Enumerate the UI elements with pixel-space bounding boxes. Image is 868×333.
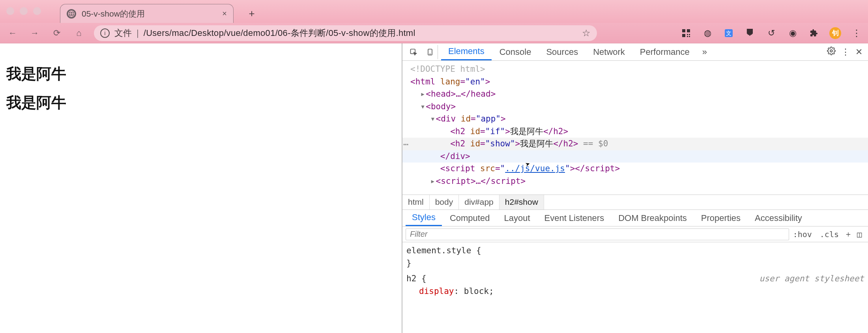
tab-elements[interactable]: Elements — [441, 43, 492, 60]
svg-rect-7 — [689, 36, 690, 37]
device-toggle-icon[interactable] — [422, 45, 438, 59]
styles-filter-input[interactable] — [406, 228, 789, 240]
new-style-rule-icon[interactable]: ＋ — [843, 229, 854, 239]
address-bar[interactable]: i 文件 | /Users/mac/Desktop/vue/demo01/06-… — [94, 25, 597, 41]
extension-icon-3[interactable]: ◉ — [787, 27, 799, 39]
elements-dom-tree[interactable]: <!DOCTYPE html> <html lang="en"> ▸<head>… — [402, 61, 868, 195]
devtools-menu-icon[interactable]: ⋮ — [841, 47, 850, 57]
devtools-close-icon[interactable]: ✕ — [855, 47, 862, 57]
page-viewport: 我是阿牛 我是阿牛 — [0, 43, 402, 333]
crumb-div-app[interactable]: div#app — [459, 195, 499, 210]
tree-div-open[interactable]: ▾<div id="app"> — [402, 113, 868, 125]
rule-h2[interactable]: user agent stylesheet h2 { — [406, 273, 864, 285]
profile-avatar[interactable]: 钊 — [829, 27, 841, 39]
svg-rect-5 — [689, 34, 690, 35]
devtools-tabbar: Elements Console Sources Network Perform… — [402, 43, 868, 61]
styles-pane[interactable]: element.style { } user agent stylesheet … — [402, 242, 868, 300]
subtab-accessibility[interactable]: Accessibility — [748, 210, 808, 226]
minimize-window-dot[interactable] — [20, 7, 28, 15]
extension-icon-2[interactable]: ⛊ — [744, 27, 756, 39]
browser-toolbar: ← → ⟳ ⌂ i 文件 | /Users/mac/Desktop/vue/de… — [0, 23, 868, 43]
page-h2-show: 我是阿牛 — [6, 93, 395, 113]
crumb-html[interactable]: html — [402, 195, 430, 210]
cls-toggle[interactable]: .cls — [816, 230, 843, 239]
url-text: /Users/mac/Desktop/vue/demo01/06-条件判断/05… — [144, 27, 415, 39]
zoom-window-dot[interactable] — [33, 7, 41, 15]
tree-script-inline[interactable]: ▸<script>…</script> — [402, 175, 868, 188]
close-window-dot[interactable] — [6, 7, 14, 15]
tree-div-close[interactable]: </div> — [402, 150, 868, 163]
hov-toggle[interactable]: :hov — [789, 230, 816, 239]
extension-icon-1[interactable]: ◍ — [702, 27, 713, 39]
browser-menu-icon[interactable]: ⋮ — [851, 27, 862, 39]
page-h2-if: 我是阿牛 — [6, 64, 395, 84]
tab-network[interactable]: Network — [586, 43, 632, 60]
styles-filter-row: :hov .cls ＋ ◫ — [402, 226, 868, 242]
tab-performance[interactable]: Performance — [633, 43, 697, 60]
url-scheme-label: 文件 — [114, 27, 132, 39]
subtab-computed[interactable]: Computed — [443, 210, 496, 226]
svg-text:文: 文 — [726, 30, 731, 36]
computed-sidebar-icon[interactable]: ◫ — [854, 230, 865, 239]
tree-script-vue[interactable]: <script src="../js/vue.js"></script> — [402, 163, 868, 175]
svg-point-13 — [830, 50, 832, 52]
svg-rect-6 — [687, 36, 688, 37]
traffic-lights — [6, 7, 41, 15]
history-back-icon[interactable]: ↺ — [765, 27, 777, 39]
crumb-body[interactable]: body — [430, 195, 459, 210]
tree-h2-if[interactable]: <h2 id="if">我是阿牛</h2> — [402, 125, 868, 138]
subtab-dom-breakpoints[interactable]: DOM Breakpoints — [612, 210, 693, 226]
subtab-styles[interactable]: Styles — [406, 210, 442, 226]
back-button[interactable]: ← — [6, 26, 20, 40]
browser-tab[interactable]: 05-v-show的使用 × — [60, 4, 234, 23]
new-tab-button[interactable]: + — [244, 6, 260, 21]
subtab-event-listeners[interactable]: Event Listeners — [538, 210, 611, 226]
rule-element-style[interactable]: element.style { — [406, 245, 864, 257]
subtab-properties[interactable]: Properties — [695, 210, 747, 226]
rule-h2-display[interactable]: display: block; — [406, 285, 864, 298]
home-button[interactable]: ⌂ — [72, 26, 86, 40]
subtab-layout[interactable]: Layout — [498, 210, 536, 226]
devtools-panel: Elements Console Sources Network Perform… — [402, 43, 868, 333]
qr-icon[interactable] — [680, 27, 692, 39]
svg-rect-4 — [687, 34, 688, 35]
info-icon[interactable]: i — [100, 28, 110, 38]
svg-rect-2 — [687, 29, 690, 32]
tab-title: 05-v-show的使用 — [82, 8, 145, 19]
inspect-element-icon[interactable] — [406, 45, 421, 59]
url-separator: | — [137, 28, 139, 38]
devtools-settings-icon[interactable] — [827, 47, 836, 58]
tree-doctype[interactable]: <!DOCTYPE html> — [402, 63, 868, 76]
svg-rect-1 — [682, 29, 685, 32]
reload-button[interactable]: ⟳ — [50, 26, 64, 40]
crumb-h2-show[interactable]: h2#show — [499, 195, 544, 210]
forward-button[interactable]: → — [28, 26, 42, 40]
svg-rect-3 — [682, 34, 685, 37]
more-tabs-icon[interactable]: » — [699, 47, 710, 57]
tree-body-open[interactable]: ▾<body> — [402, 101, 868, 113]
elements-breadcrumb: html body div#app h2#show — [402, 195, 868, 210]
globe-icon — [67, 9, 76, 19]
translate-icon[interactable]: 文 — [723, 27, 735, 39]
rule-element-style-close: } — [406, 257, 864, 270]
extension-area: ◍ 文 ⛊ ↺ ◉ 钊 ⋮ — [680, 27, 862, 39]
window-titlebar: 05-v-show的使用 × + — [0, 0, 868, 23]
tab-sources[interactable]: Sources — [539, 43, 585, 60]
ua-stylesheet-note: user agent stylesheet — [759, 273, 864, 285]
close-tab-icon[interactable]: × — [222, 9, 227, 18]
styles-subtabs: Styles Computed Layout Event Listeners D… — [402, 210, 868, 226]
bookmark-star-icon[interactable]: ☆ — [582, 28, 591, 39]
tab-console[interactable]: Console — [492, 43, 539, 60]
tree-html-open[interactable]: <html lang="en"> — [402, 76, 868, 88]
tree-h2-show-selected[interactable]: <h2 id="show">我是阿牛</h2> == $0 — [402, 138, 868, 150]
extensions-puzzle-icon[interactable] — [808, 27, 820, 39]
tree-head[interactable]: ▸<head>…</head> — [402, 88, 868, 101]
